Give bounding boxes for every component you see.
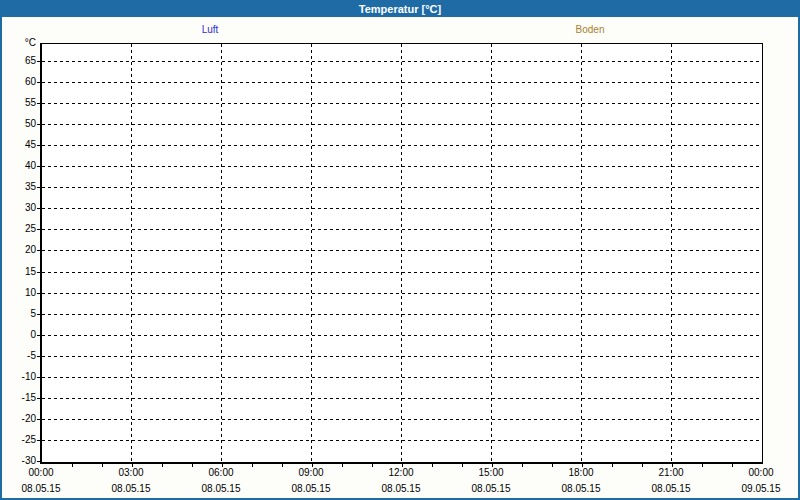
h-gridline: [42, 377, 762, 378]
chart-title: Temperatur [°C]: [359, 3, 441, 15]
x-axis-date-label: 09.05.15: [726, 483, 796, 494]
x-axis-date-label: 08.05.15: [636, 483, 706, 494]
y-axis-tick: [37, 229, 40, 230]
y-tick-label: -20: [2, 413, 36, 425]
y-tick-label: -30: [2, 455, 36, 467]
v-gridline: [491, 44, 492, 462]
y-tick-label: -5: [2, 350, 36, 362]
v-gridline: [131, 44, 132, 462]
h-gridline: [42, 208, 762, 209]
y-tick-label: 10: [2, 287, 36, 299]
x-axis-time-label: 00:00: [726, 467, 796, 478]
y-axis-tick: [37, 314, 40, 315]
legend-label-boden: Boden: [576, 24, 605, 35]
y-tick-label: 40: [2, 160, 36, 172]
h-gridline: [42, 272, 762, 273]
h-gridline: [42, 335, 762, 336]
h-gridline: [42, 103, 762, 104]
chart-window: Temperatur [°C] Luft Boden °C 6560555045…: [0, 0, 800, 500]
y-tick-label: -10: [2, 371, 36, 383]
x-axis-time-label: 21:00: [636, 467, 706, 478]
y-axis-tick: [37, 398, 40, 399]
y-tick-label: 0: [2, 329, 36, 341]
h-gridline: [42, 124, 762, 125]
h-gridline: [42, 145, 762, 146]
h-gridline: [42, 187, 762, 188]
v-gridline: [581, 44, 582, 462]
y-axis-tick: [37, 124, 40, 125]
y-tick-label: 30: [2, 202, 36, 214]
y-axis-tick: [37, 272, 40, 273]
y-axis-tick: [37, 61, 40, 62]
x-axis-time-label: 00:00: [6, 467, 76, 478]
y-axis-tick: [37, 377, 40, 378]
h-gridline: [42, 82, 762, 83]
x-axis-date-label: 08.05.15: [456, 483, 526, 494]
y-tick-label: 60: [2, 76, 36, 88]
y-tick-label: 45: [2, 139, 36, 151]
chart-title-bar: Temperatur [°C]: [2, 2, 798, 17]
y-tick-label: -25: [2, 434, 36, 446]
x-axis-time-label: 12:00: [366, 467, 436, 478]
x-axis-time-label: 18:00: [546, 467, 616, 478]
x-axis-time-label: 03:00: [96, 467, 166, 478]
y-tick-label: 50: [2, 118, 36, 130]
plot-area: [40, 43, 763, 464]
y-tick-label: 5: [2, 308, 36, 320]
x-axis-time-label: 15:00: [456, 467, 526, 478]
h-gridline: [42, 61, 762, 62]
x-axis-date-label: 08.05.15: [276, 483, 346, 494]
y-axis-tick: [37, 82, 40, 83]
h-gridline: [42, 229, 762, 230]
h-gridline: [42, 398, 762, 399]
y-axis-tick: [37, 419, 40, 420]
y-tick-label: 15: [2, 266, 36, 278]
v-gridline: [401, 44, 402, 462]
y-axis-tick: [37, 293, 40, 294]
y-axis-tick: [37, 356, 40, 357]
x-axis-date-label: 08.05.15: [366, 483, 436, 494]
h-gridline: [42, 440, 762, 441]
y-tick-label: 25: [2, 223, 36, 235]
v-gridline: [671, 44, 672, 462]
y-axis-tick: [37, 250, 40, 251]
y-tick-label: 65: [2, 55, 36, 67]
legend-label-luft: Luft: [202, 24, 219, 35]
h-gridline: [42, 419, 762, 420]
v-gridline: [311, 44, 312, 462]
y-axis-tick: [37, 208, 40, 209]
y-tick-label: 35: [2, 181, 36, 193]
x-axis-date-label: 08.05.15: [96, 483, 166, 494]
y-axis-tick: [37, 335, 40, 336]
x-axis-date-label: 08.05.15: [186, 483, 256, 494]
x-axis-date-label: 08.05.15: [6, 483, 76, 494]
y-axis-unit-label: °C: [2, 37, 36, 48]
x-axis-time-label: 06:00: [186, 467, 256, 478]
y-tick-label: 55: [2, 97, 36, 109]
y-axis-tick: [37, 440, 40, 441]
x-axis-time-label: 09:00: [276, 467, 346, 478]
y-axis-tick: [37, 166, 40, 167]
y-tick-label: -15: [2, 392, 36, 404]
v-gridline: [221, 44, 222, 462]
y-axis-tick: [37, 187, 40, 188]
h-gridline: [42, 166, 762, 167]
h-gridline: [42, 356, 762, 357]
h-gridline: [42, 314, 762, 315]
x-axis-date-label: 08.05.15: [546, 483, 616, 494]
h-gridline: [42, 293, 762, 294]
y-axis-tick: [37, 461, 40, 462]
y-tick-label: 20: [2, 244, 36, 256]
y-axis-tick: [37, 103, 40, 104]
y-axis-tick: [37, 145, 40, 146]
h-gridline: [42, 250, 762, 251]
